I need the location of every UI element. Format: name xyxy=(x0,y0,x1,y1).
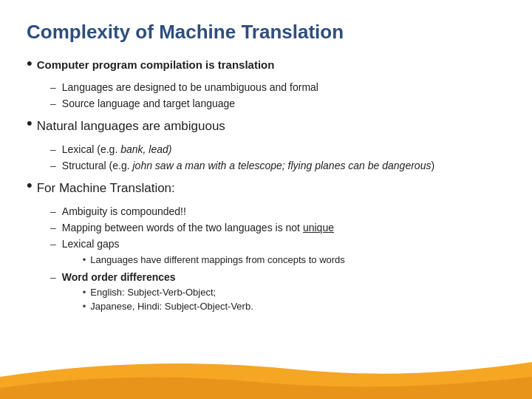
bullet-dot-3: • xyxy=(27,177,33,194)
sub-item-3d: – Word order differences • English: Subj… xyxy=(50,270,505,316)
main-bullet-2: • Natural languages are ambiguous xyxy=(27,117,505,136)
bullet-dot-1: • xyxy=(27,55,33,72)
sub-item-1a: – Languages are designed to be unambiguo… xyxy=(50,80,505,95)
sub-item-3a-text: Ambiguity is compounded!! xyxy=(62,204,505,219)
bottom-decoration xyxy=(0,355,532,399)
sub-item-3d-text: Word order differences • English: Subjec… xyxy=(62,270,505,316)
sub-list-1: – Languages are designed to be unambiguo… xyxy=(50,80,505,112)
slide: Complexity of Machine Translation • Comp… xyxy=(0,0,532,399)
sub-list-3: – Ambiguity is compounded!! – Mapping be… xyxy=(50,204,505,316)
sub-item-2b: – Structural (e.g. john saw a man with a… xyxy=(50,158,505,173)
sub-sub-item-3d1-text: English: Subject-Verb-Object; xyxy=(90,286,216,299)
sub-item-1a-text: Languages are designed to be unambiguous… xyxy=(62,80,505,95)
sub-sub-item-3d2: • Japanese, Hindi: Subject-Object-Verb. xyxy=(83,300,505,313)
sub-item-3a: – Ambiguity is compounded!! xyxy=(50,204,505,219)
slide-title: Complexity of Machine Translation xyxy=(27,21,505,44)
main-bullet-1-text: Computer program compilation is translat… xyxy=(37,57,505,74)
sub-item-2a: – Lexical (e.g. bank, lead) xyxy=(50,142,505,157)
main-bullet-3: • For Machine Translation: xyxy=(27,179,505,198)
sub-item-1b: – Source language and target language xyxy=(50,96,505,111)
sub-sub-item-3d2-text: Japanese, Hindi: Subject-Object-Verb. xyxy=(90,300,253,313)
sub-sub-list-3c: • Languages have different mappings from… xyxy=(83,253,505,267)
main-bullet-3-text: For Machine Translation: xyxy=(37,179,505,198)
sub-item-3b-text: Mapping between words of the two languag… xyxy=(62,220,505,235)
sub-sub-item-3c1-text: Languages have different mappings from c… xyxy=(90,253,344,267)
sub-sub-list-3d: • English: Subject-Verb-Object; • Japane… xyxy=(83,286,505,313)
bullet-dot-2: • xyxy=(27,115,33,132)
slide-content: • Computer program compilation is transl… xyxy=(27,57,505,315)
sub-item-3c: – Lexical gaps • Languages have differen… xyxy=(50,236,505,267)
main-bullet-2-text: Natural languages are ambiguous xyxy=(37,117,505,136)
sub-sub-item-3d1: • English: Subject-Verb-Object; xyxy=(83,286,505,299)
sub-item-3c-text: Lexical gaps • Languages have different … xyxy=(62,236,505,267)
sub-item-2b-text: Structural (e.g. john saw a man with a t… xyxy=(62,158,505,173)
sub-item-1b-text: Source language and target language xyxy=(62,96,505,111)
sub-item-3b: – Mapping between words of the two langu… xyxy=(50,220,505,235)
sub-item-2a-text: Lexical (e.g. bank, lead) xyxy=(62,142,505,157)
sub-list-2: – Lexical (e.g. bank, lead) – Structural… xyxy=(50,142,505,174)
main-bullet-1: • Computer program compilation is transl… xyxy=(27,57,505,74)
sub-sub-item-3c1: • Languages have different mappings from… xyxy=(83,253,505,267)
